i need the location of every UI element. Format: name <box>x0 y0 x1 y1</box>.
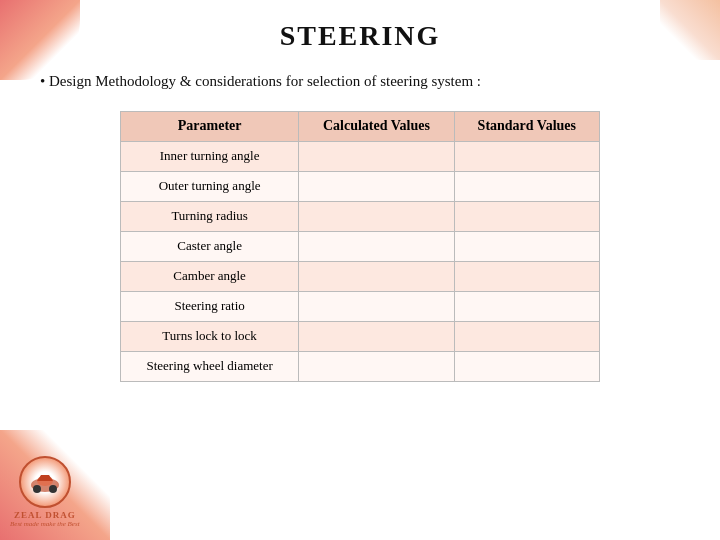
calculated-cell <box>299 231 454 261</box>
logo-circle <box>19 456 71 508</box>
table-header-row: Parameter Calculated Values Standard Val… <box>121 111 600 141</box>
calculated-cell <box>299 351 454 381</box>
col-header-calculated: Calculated Values <box>299 111 454 141</box>
table-row: Turning radius <box>121 201 600 231</box>
standard-cell <box>454 351 599 381</box>
param-cell: Turning radius <box>121 201 299 231</box>
svg-point-1 <box>33 485 41 493</box>
logo-name: ZEAL DRAG <box>10 510 80 520</box>
logo-icon <box>27 467 63 497</box>
calculated-cell <box>299 321 454 351</box>
param-cell: Turns lock to lock <box>121 321 299 351</box>
table-row: Caster angle <box>121 231 600 261</box>
col-header-parameter: Parameter <box>121 111 299 141</box>
param-cell: Steering wheel diameter <box>121 351 299 381</box>
calculated-cell <box>299 171 454 201</box>
standard-cell <box>454 321 599 351</box>
svg-marker-4 <box>37 475 53 481</box>
page-title: STEERING <box>40 20 680 52</box>
table-row: Camber angle <box>121 261 600 291</box>
standard-cell <box>454 291 599 321</box>
calculated-cell <box>299 141 454 171</box>
standard-cell <box>454 171 599 201</box>
param-cell: Camber angle <box>121 261 299 291</box>
standard-cell <box>454 231 599 261</box>
standard-cell <box>454 201 599 231</box>
param-cell: Steering ratio <box>121 291 299 321</box>
calculated-cell <box>299 261 454 291</box>
param-cell: Inner turning angle <box>121 141 299 171</box>
table-row: Turns lock to lock <box>121 321 600 351</box>
table-row: Steering wheel diameter <box>121 351 600 381</box>
logo-area: ZEAL DRAG Best made make the Best <box>10 456 80 528</box>
col-header-standard: Standard Values <box>454 111 599 141</box>
calculated-cell <box>299 201 454 231</box>
calculated-cell <box>299 291 454 321</box>
param-cell: Outer turning angle <box>121 171 299 201</box>
table-row: Outer turning angle <box>121 171 600 201</box>
param-cell: Caster angle <box>121 231 299 261</box>
table-row: Steering ratio <box>121 291 600 321</box>
page-subtitle: • Design Methodology & considerations fo… <box>40 70 680 93</box>
standard-cell <box>454 261 599 291</box>
standard-cell <box>454 141 599 171</box>
steering-parameters-table: Parameter Calculated Values Standard Val… <box>120 111 600 382</box>
table-row: Inner turning angle <box>121 141 600 171</box>
logo-tagline: Best made make the Best <box>10 520 80 528</box>
parameters-table-wrapper: Parameter Calculated Values Standard Val… <box>120 111 680 382</box>
svg-point-2 <box>49 485 57 493</box>
